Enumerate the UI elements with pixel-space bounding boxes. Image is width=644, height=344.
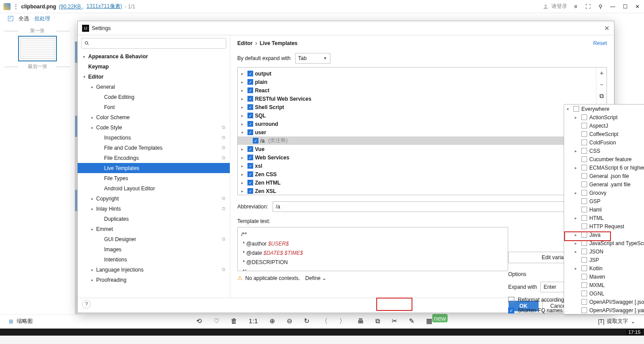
tree-node[interactable]: Keymap bbox=[78, 61, 230, 72]
template-row[interactable]: ▸✓RESTful Web Services bbox=[238, 95, 599, 103]
select-all-checkbox[interactable] bbox=[8, 16, 13, 21]
context-row[interactable]: General .yaml file bbox=[564, 180, 644, 189]
thumbnail[interactable] bbox=[18, 36, 57, 61]
context-row[interactable]: Cucumber feature bbox=[564, 155, 644, 163]
context-row[interactable]: HTTP Request bbox=[564, 222, 644, 231]
context-row[interactable]: OGNL bbox=[564, 289, 644, 298]
crop-icon[interactable]: ✂ bbox=[392, 317, 397, 325]
tree-node[interactable]: ▸Proofreading bbox=[78, 275, 230, 285]
context-popup[interactable]: ▾Everywhere▸ActionScriptAspectJCoffeeScr… bbox=[564, 104, 644, 314]
template-row[interactable]: ▸✓React bbox=[238, 86, 599, 95]
tree-node[interactable]: Inspections⧉ bbox=[78, 132, 230, 143]
tree-node[interactable]: File and Code Templates⧉ bbox=[78, 143, 230, 153]
trash-icon[interactable]: 🗑 bbox=[231, 317, 237, 325]
rotate-cw-icon[interactable]: ↻ bbox=[304, 317, 310, 325]
ocr-dropdown-icon[interactable]: ⌄ bbox=[631, 318, 635, 325]
context-row[interactable]: ▸Kotlin bbox=[564, 264, 644, 272]
context-row[interactable]: ▾Everywhere bbox=[564, 105, 644, 113]
settings-search[interactable] bbox=[81, 38, 226, 49]
grid-icon[interactable]: ⊞ bbox=[9, 318, 13, 325]
reformat-checkbox[interactable] bbox=[508, 297, 514, 303]
copy-icon[interactable]: ⧉ bbox=[375, 317, 380, 325]
context-row[interactable]: AspectJ bbox=[564, 121, 644, 130]
tree-node[interactable]: ▸Inlay Hints⧉ bbox=[78, 204, 230, 214]
breadcrumb-root[interactable]: Editor bbox=[237, 40, 253, 46]
templates-list[interactable]: ▸✓output▸✓plain▸✓React▸✓RESTful Web Serv… bbox=[238, 68, 599, 195]
next-icon[interactable]: 〉 bbox=[339, 317, 346, 325]
heart-icon[interactable]: ♡ bbox=[213, 317, 219, 325]
thumbnail-label[interactable]: 缩略图 bbox=[17, 318, 33, 325]
tree-node[interactable]: Font bbox=[78, 102, 230, 112]
zoom-out-icon[interactable]: ⊖ bbox=[287, 317, 292, 325]
user-icon[interactable] bbox=[543, 4, 549, 10]
abbreviation-input[interactable] bbox=[273, 201, 590, 212]
help-button[interactable]: ? bbox=[82, 300, 91, 309]
context-row[interactable]: ▸HTML bbox=[564, 214, 644, 222]
context-row[interactable]: ▸Groovy bbox=[564, 189, 644, 197]
batch-link[interactable]: 批处理 bbox=[34, 15, 50, 23]
template-row[interactable]: ▸✓Web Services bbox=[238, 153, 599, 162]
tree-node[interactable]: ▸Appearance & Behavior bbox=[78, 51, 230, 61]
context-row[interactable]: JSP bbox=[564, 256, 644, 264]
tree-node[interactable]: File Types bbox=[78, 173, 230, 183]
template-row[interactable]: ✓/a(类注释) bbox=[238, 136, 599, 145]
tree-node[interactable]: Duplicates bbox=[78, 214, 230, 224]
edit-icon[interactable]: ✎ bbox=[409, 317, 415, 325]
tree-node[interactable]: Code Editing bbox=[78, 92, 230, 102]
shorten-checkbox[interactable]: ✓ bbox=[508, 307, 514, 314]
template-row[interactable]: ▸✓xsl bbox=[238, 162, 599, 170]
context-row[interactable]: MXML bbox=[564, 281, 644, 289]
maximize-icon[interactable]: ☐ bbox=[622, 4, 628, 10]
extract-text-label[interactable]: 提取文字 bbox=[607, 318, 628, 325]
tree-node[interactable]: Live Templates bbox=[78, 163, 230, 173]
template-row[interactable]: ▸✓surround bbox=[238, 120, 599, 128]
context-row[interactable]: ▸JavaScript and TypeScript bbox=[564, 239, 644, 247]
login-link[interactable]: 请登录 bbox=[551, 3, 567, 10]
template-row[interactable]: ▾✓user bbox=[238, 128, 599, 136]
context-row[interactable]: OpenAPI/Swagger [.json] bbox=[564, 298, 644, 306]
apps-icon[interactable]: ▦new bbox=[426, 317, 448, 325]
context-row[interactable]: ▸Java bbox=[564, 231, 644, 239]
tree-node[interactable]: ▸Emmet bbox=[78, 224, 230, 234]
ocr-icon[interactable]: [T] bbox=[598, 318, 604, 325]
tree-node[interactable]: GUI Designer⧉ bbox=[78, 234, 230, 244]
file-dimensions[interactable]: 1311x711像素) bbox=[86, 3, 122, 10]
template-row[interactable]: ▸✓output bbox=[238, 69, 599, 78]
template-row[interactable]: ▸✓Zen CSS bbox=[238, 170, 599, 178]
print-icon[interactable]: 🖶 bbox=[357, 317, 364, 325]
menu-icon[interactable]: ≡ bbox=[573, 4, 579, 10]
tree-node[interactable]: ▸General bbox=[78, 82, 230, 92]
tree-node[interactable]: ▸Color Scheme bbox=[78, 112, 230, 122]
fullscreen-icon[interactable]: ⛶ bbox=[585, 4, 591, 10]
tree-node[interactable]: ▸Copyright⧉ bbox=[78, 193, 230, 204]
pin-icon[interactable]: ⚲ bbox=[597, 4, 603, 10]
tree-node[interactable]: Android Layout Editor bbox=[78, 183, 230, 193]
template-row[interactable]: ▸✓plain bbox=[238, 78, 599, 86]
dialog-close-icon[interactable]: ✕ bbox=[604, 25, 610, 32]
minimize-icon[interactable]: — bbox=[610, 4, 616, 10]
scale-icon[interactable]: 1:1 bbox=[249, 317, 258, 325]
context-row[interactable]: ▸ActionScript bbox=[564, 113, 644, 121]
settings-tree[interactable]: ▸Appearance & BehaviorKeymap▾Editor▸Gene… bbox=[78, 51, 230, 298]
file-size[interactable]: (90.22KB , bbox=[59, 4, 84, 10]
rotate-ccw-icon[interactable]: ⟲ bbox=[196, 317, 202, 325]
context-row[interactable]: Maven bbox=[564, 272, 644, 281]
template-row[interactable]: ▸✓Vue bbox=[238, 145, 599, 153]
expand-with-combo[interactable]: Tab ▼ bbox=[295, 53, 330, 64]
search-input[interactable] bbox=[92, 40, 223, 46]
zoom-in-icon[interactable]: ⊕ bbox=[270, 317, 275, 325]
remove-icon[interactable]: － bbox=[599, 81, 605, 89]
reset-link[interactable]: Reset bbox=[593, 40, 607, 46]
context-row[interactable]: Haml bbox=[564, 205, 644, 214]
define-link[interactable]: Define ⌄ bbox=[305, 275, 326, 281]
close-icon[interactable]: ✕ bbox=[634, 4, 640, 10]
template-row[interactable]: ▸✓Shell Script bbox=[238, 103, 599, 111]
tree-node[interactable]: Images bbox=[78, 244, 230, 254]
template-row[interactable]: ▸✓Zen HTML bbox=[238, 178, 599, 187]
template-row[interactable]: ▸✓Zen XSL bbox=[238, 187, 599, 195]
context-row[interactable]: OpenAPI/Swagger [.yaml] bbox=[564, 306, 644, 314]
template-text-editor[interactable]: /** * @author $USER$ * @date $DATE$ $TIM… bbox=[237, 227, 508, 271]
tree-node[interactable]: File Encodings⧉ bbox=[78, 153, 230, 163]
context-row[interactable]: GSP bbox=[564, 197, 644, 205]
duplicate-icon[interactable]: ⧉ bbox=[599, 92, 604, 100]
